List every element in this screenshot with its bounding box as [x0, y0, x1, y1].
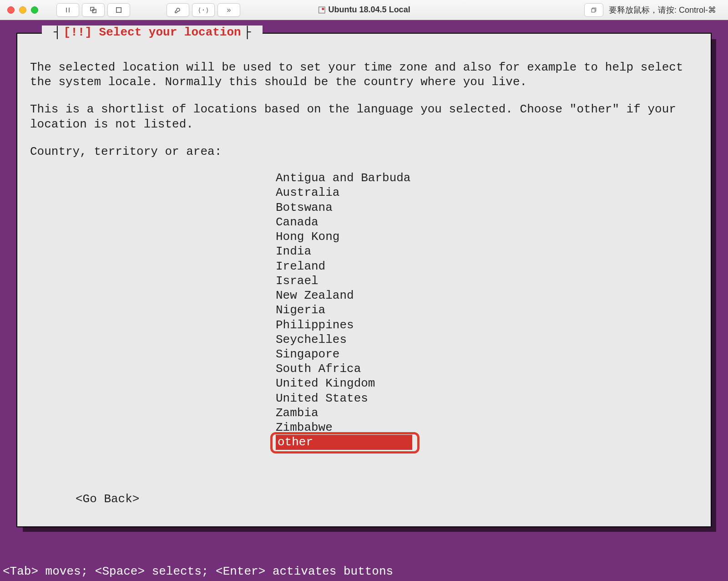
country-list[interactable]: Antigua and BarbudaAustraliaBotswanaCana…	[276, 171, 698, 449]
installer-panel: ┤[!!] Select your location├ The selected…	[16, 33, 712, 527]
library-button[interactable]	[107, 3, 130, 17]
minimize-window-button[interactable]	[19, 6, 26, 14]
country-option[interactable]: Australia	[276, 185, 698, 200]
country-option[interactable]: New Zealand	[276, 288, 698, 303]
country-option[interactable]: other	[276, 435, 412, 449]
titlebar-right: 要释放鼠标，请按: Control-⌘	[584, 3, 721, 17]
overlap-squares-icon	[590, 6, 597, 14]
window-controls	[7, 6, 38, 14]
resize-button[interactable]: ⟨·⟩	[192, 3, 215, 17]
country-option[interactable]: Botswana	[276, 200, 698, 215]
panel-title-row: ┤[!!] Select your location├	[17, 25, 711, 39]
snapshot-button[interactable]	[82, 3, 105, 17]
pipe-decor: ├	[241, 25, 254, 39]
installer-prompt-label: Country, territory or area:	[30, 144, 698, 159]
fullscreen-button[interactable]	[584, 3, 603, 17]
svg-rect-2	[116, 7, 121, 12]
wrench-icon	[174, 6, 182, 14]
go-back-button[interactable]: <Go Back>	[76, 492, 139, 506]
vm-window-icon: ●	[318, 6, 324, 14]
country-option[interactable]: Seychelles	[276, 332, 698, 347]
chevron-double-right-icon: »	[227, 6, 231, 14]
installer-paragraph-2: This is a shortlist of locations based o…	[30, 102, 698, 131]
country-option[interactable]: Canada	[276, 215, 698, 229]
country-option[interactable]: Antigua and Barbuda	[276, 171, 698, 185]
country-option[interactable]: United Kingdom	[276, 376, 698, 391]
toolbar-group-mid: ⟨·⟩ »	[167, 3, 240, 17]
window-title: ● Ubuntu 18.04.5 Local	[318, 5, 410, 15]
pause-icon	[64, 6, 72, 14]
window-title-text: Ubuntu 18.04.5 Local	[329, 5, 410, 15]
country-option[interactable]: Philippines	[276, 318, 698, 332]
panel-title: ┤[!!] Select your location├	[42, 25, 263, 39]
country-option[interactable]: South Africa	[276, 362, 698, 376]
country-option[interactable]: Zambia	[276, 406, 698, 420]
country-option[interactable]: Singapore	[276, 347, 698, 362]
installer-paragraph-1: The selected location will be used to se…	[30, 60, 698, 89]
resize-icon: ⟨·⟩	[197, 6, 209, 14]
vm-display[interactable]: ┤[!!] Select your location├ The selected…	[0, 20, 728, 581]
panel-title-text: [!!] Select your location	[64, 25, 241, 39]
installer-panel-wrap: ┤[!!] Select your location├ The selected…	[16, 33, 712, 527]
settings-button[interactable]	[167, 3, 189, 17]
country-option[interactable]: Israel	[276, 274, 698, 288]
country-option[interactable]: India	[276, 244, 698, 259]
country-option[interactable]: United States	[276, 391, 698, 406]
pipe-decor: ┤	[51, 25, 64, 39]
pause-vm-button[interactable]	[56, 3, 79, 17]
svg-rect-4	[592, 9, 595, 12]
country-option[interactable]: Hong Kong	[276, 229, 698, 244]
country-option[interactable]: Nigeria	[276, 303, 698, 317]
country-option[interactable]: Ireland	[276, 259, 698, 274]
toolbar-group-left	[56, 3, 130, 17]
more-button[interactable]: »	[217, 3, 240, 17]
installer-footer-hint: <Tab> moves; <Space> selects; <Enter> ac…	[3, 565, 393, 578]
mouse-release-hint: 要释放鼠标，请按: Control-⌘	[609, 5, 716, 15]
square-icon	[115, 6, 123, 14]
maximize-window-button[interactable]	[31, 6, 38, 14]
macos-titlebar: ⟨·⟩ » ● Ubuntu 18.04.5 Local 要释放鼠标，请按: C…	[0, 0, 728, 20]
close-window-button[interactable]	[7, 6, 15, 14]
country-option[interactable]: Zimbabwe	[276, 420, 698, 435]
snapshot-icon	[89, 6, 97, 14]
